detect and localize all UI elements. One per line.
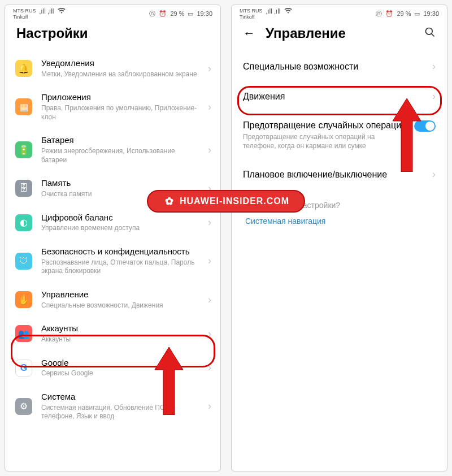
- chevron-right-icon: ›: [208, 255, 211, 267]
- item-sub: Аккаунты: [41, 335, 199, 344]
- accounts-icon: 👥: [15, 325, 32, 342]
- carrier-2: Tinkoff: [240, 15, 292, 20]
- chevron-right-icon: ›: [208, 328, 211, 340]
- chevron-right-icon: ›: [208, 63, 211, 75]
- item-scheduled-power[interactable]: Плановое включение/выключение ›: [232, 159, 447, 189]
- clock: 19:30: [197, 10, 212, 17]
- watermark-badge: ✿ HUAWEI-INSIDER.COM: [147, 190, 305, 213]
- item-sub: Права, Приложения по умолчанию, Приложен…: [41, 104, 199, 122]
- item-title: Управление: [41, 289, 199, 300]
- item-title: Google: [41, 358, 199, 369]
- chevron-right-icon: ›: [432, 60, 436, 72]
- carrier-1: MTS RUS: [240, 8, 263, 14]
- chevron-right-icon: ›: [432, 90, 436, 102]
- search-icon[interactable]: [424, 27, 436, 41]
- apps-icon: ▦: [15, 98, 32, 115]
- chevron-right-icon: ›: [208, 362, 211, 374]
- item-motions[interactable]: Движения ›: [232, 81, 447, 111]
- carrier-2: Tinkoff: [13, 15, 66, 20]
- carrier-1: MTS RUS: [13, 8, 36, 14]
- footer-link-system-navigation[interactable]: Системная навигация: [232, 213, 447, 229]
- bell-icon: 🔔: [15, 60, 32, 77]
- item-sub: Режим энергосбережения, Использование ба…: [41, 147, 199, 165]
- item-title: Уведомления: [41, 58, 199, 69]
- huawei-logo-icon: ✿: [163, 194, 176, 208]
- chevron-right-icon: ›: [432, 168, 436, 180]
- item-title: Предотвращение случайных операций: [243, 120, 407, 131]
- item-apps[interactable]: ▦ Приложения Права, Приложения по умолча…: [5, 85, 220, 128]
- nfc-icon: ⓝ: [149, 10, 155, 18]
- item-notifications[interactable]: 🔔 Уведомления Метки, Уведомления на забл…: [5, 51, 220, 85]
- toggle-switch[interactable]: [414, 120, 436, 132]
- chevron-right-icon: ›: [208, 294, 211, 306]
- signal-icon: ‚ıll ‚ıll: [40, 8, 54, 15]
- item-title: Память: [41, 178, 199, 189]
- item-sub: Сервисы Google: [41, 369, 199, 378]
- header: Настройки: [5, 21, 220, 51]
- item-security[interactable]: 🛡 Безопасность и конфиденциальность Расп…: [5, 240, 220, 283]
- battery-icon: ▭: [414, 10, 420, 18]
- status-bar: MTS RUS ‚ıll ‚ıll Tinkoff ⓝ ⏰ 29 % ▭ 19:…: [232, 5, 447, 21]
- storage-icon: 🗄: [15, 180, 32, 197]
- shield-icon: 🛡: [15, 253, 32, 270]
- alarm-icon: ⏰: [159, 10, 167, 18]
- item-title: Цифровой баланс: [41, 213, 199, 223]
- battery-icon: ▭: [188, 10, 193, 18]
- google-icon: G: [15, 360, 32, 377]
- item-title: Движения: [243, 92, 425, 102]
- item-sub: Управление временем доступа: [41, 224, 199, 233]
- item-sub: Распознавание лица, Отпечаток пальца, Па…: [41, 258, 199, 276]
- item-accounts[interactable]: 👥 Аккаунты Аккаунты ›: [5, 317, 220, 350]
- battery-pct: 29 %: [397, 10, 411, 17]
- balance-icon: ◐: [15, 214, 32, 231]
- item-control[interactable]: ✋ Управление Специальные возможности, Дв…: [5, 283, 220, 317]
- system-icon: ⚙: [15, 398, 32, 415]
- item-title: Батарея: [41, 135, 199, 146]
- signal-icon: ‚ıll ‚ıll: [266, 8, 281, 15]
- item-system[interactable]: ⚙ Система Системная навигация, Обновлени…: [5, 385, 220, 428]
- item-sub: Специальные возможности, Движения: [41, 301, 199, 310]
- control-list: Специальные возможности › Движения › Пре…: [232, 51, 447, 189]
- item-title: Плановое включение/выключение: [243, 170, 425, 180]
- watermark-text: HUAWEI-INSIDER.COM: [180, 196, 289, 206]
- svg-line-2: [432, 33, 434, 36]
- item-battery[interactable]: 🔋 Батарея Режим энергосбережения, Исполь…: [5, 128, 220, 171]
- battery-pct: 29 %: [170, 10, 184, 17]
- chevron-right-icon: ›: [208, 101, 211, 113]
- item-title: Приложения: [41, 92, 199, 103]
- battery-item-icon: 🔋: [15, 141, 32, 158]
- phone-control: MTS RUS ‚ıll ‚ıll Tinkoff ⓝ ⏰ 29 % ▭ 19:…: [231, 5, 447, 471]
- item-title: Система: [41, 392, 199, 403]
- page-title: Настройки: [16, 25, 88, 41]
- svg-point-1: [426, 28, 433, 34]
- back-button[interactable]: ←: [243, 26, 255, 41]
- item-sub: Метки, Уведомления на заблокированном эк…: [41, 70, 199, 79]
- wifi-icon: [58, 8, 66, 15]
- alarm-icon: ⏰: [385, 10, 393, 18]
- item-title: Безопасность и конфиденциальность: [41, 246, 199, 257]
- wifi-icon: [284, 8, 292, 15]
- chevron-right-icon: ›: [208, 144, 211, 156]
- item-sub: Предотвращение случайных операций на тел…: [243, 133, 407, 150]
- page-title: Управление: [266, 25, 346, 41]
- chevron-right-icon: ›: [208, 217, 211, 228]
- settings-list: 🔔 Уведомления Метки, Уведомления на забл…: [5, 51, 220, 428]
- item-prevent-accidental[interactable]: Предотвращение случайных операций Предот…: [232, 111, 447, 159]
- clock: 19:30: [423, 10, 439, 17]
- status-bar: MTS RUS ‚ıll ‚ıll Tinkoff ⓝ ⏰ 29 % ▭ 19:…: [5, 5, 220, 21]
- item-sub: Системная навигация, Обновление ПО, О те…: [41, 404, 199, 421]
- item-google[interactable]: G Google Сервисы Google ›: [5, 351, 220, 385]
- item-title: Специальные возможности: [243, 62, 425, 72]
- chevron-right-icon: ›: [208, 400, 211, 412]
- hand-icon: ✋: [15, 291, 32, 308]
- header: ← Управление: [232, 21, 447, 51]
- nfc-icon: ⓝ: [376, 10, 382, 18]
- phone-settings: MTS RUS ‚ıll ‚ıll Tinkoff ⓝ ⏰ 29 % ▭ 19:…: [5, 5, 221, 471]
- item-accessibility[interactable]: Специальные возможности ›: [232, 51, 447, 81]
- item-title: Аккаунты: [41, 323, 199, 334]
